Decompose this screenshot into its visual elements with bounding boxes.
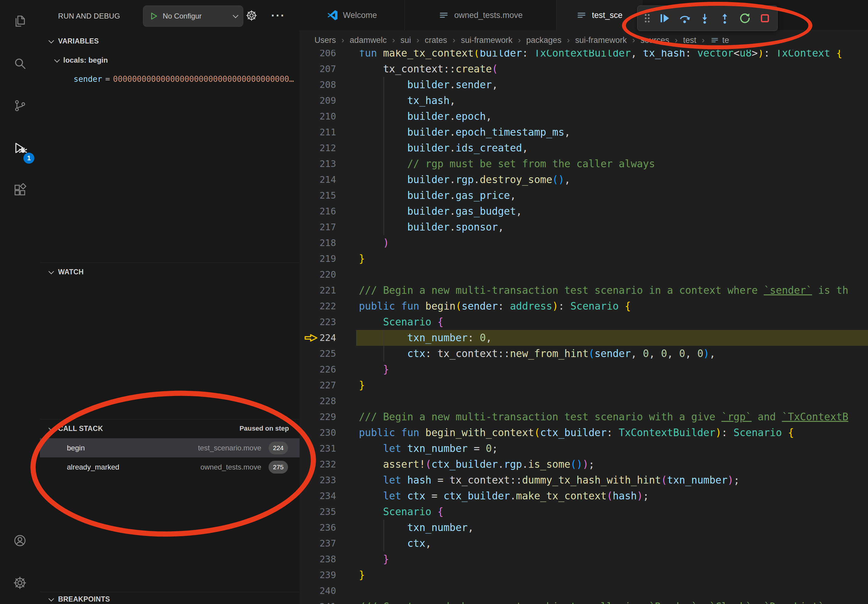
line-number[interactable]: 213 bbox=[299, 156, 336, 172]
line-number[interactable]: 227 bbox=[299, 378, 336, 393]
variables-scope-row[interactable]: locals: begin bbox=[40, 54, 299, 66]
restart-button[interactable] bbox=[736, 8, 754, 28]
tab-welcome[interactable]: Welcome bbox=[299, 0, 405, 30]
line-number[interactable]: 218 bbox=[299, 235, 336, 251]
section-header-watch[interactable]: WATCH bbox=[40, 266, 299, 278]
line-number[interactable]: 211 bbox=[299, 124, 336, 140]
callstack-frame-begin[interactable]: begintest_scenario.move224 bbox=[40, 438, 299, 457]
line-number[interactable]: 222 bbox=[299, 298, 336, 314]
activity-item-extensions[interactable] bbox=[0, 169, 40, 211]
variable-row-sender[interactable]: sender = 0000000000000000000000000000000… bbox=[74, 73, 296, 85]
code-line-225[interactable]: 225 ctx: tx_context::new_from_hint(sende… bbox=[299, 346, 868, 362]
code-line-231[interactable]: 231 let txn_number = 0; bbox=[299, 441, 868, 457]
code-line-237[interactable]: 237 ctx, bbox=[299, 536, 868, 551]
code-line-218[interactable]: 218 ) bbox=[299, 235, 868, 251]
line-number[interactable]: 209 bbox=[299, 93, 336, 108]
breadcrumb-item[interactable]: sources bbox=[640, 36, 670, 45]
line-number[interactable]: 208 bbox=[299, 77, 336, 93]
code-line-239[interactable]: 239} bbox=[299, 567, 868, 583]
line-number[interactable]: 217 bbox=[299, 219, 336, 235]
code-line-224[interactable]: 224 txn_number: 0, bbox=[299, 330, 868, 346]
section-header-breakpoints[interactable]: BREAKPOINTS bbox=[40, 593, 299, 604]
continue-button[interactable] bbox=[656, 8, 673, 28]
step-over-button[interactable] bbox=[676, 8, 693, 28]
line-number[interactable]: 235 bbox=[299, 504, 336, 520]
debug-settings-gear-icon[interactable] bbox=[240, 5, 262, 26]
line-number[interactable]: 226 bbox=[299, 362, 336, 378]
code-line-226[interactable]: 226 } bbox=[299, 362, 868, 378]
code-line-227[interactable]: 227} bbox=[299, 378, 868, 393]
line-number[interactable]: 210 bbox=[299, 108, 336, 124]
line-number[interactable]: 220 bbox=[299, 267, 336, 283]
code-line-213[interactable]: 213 // rgp must be set from the caller a… bbox=[299, 156, 868, 172]
line-number[interactable]: 231 bbox=[299, 441, 336, 457]
breadcrumb-item-file[interactable]: te bbox=[722, 36, 729, 45]
activity-item-source-control[interactable] bbox=[0, 85, 40, 127]
code-line-220[interactable]: 220 bbox=[299, 267, 868, 283]
code-line-238[interactable]: 238 } bbox=[299, 551, 868, 567]
line-number[interactable]: 237 bbox=[299, 536, 336, 551]
breadcrumb-item[interactable]: sui bbox=[401, 36, 411, 45]
code-line-234[interactable]: 234 let ctx = ctx_builder.make_tx_contex… bbox=[299, 488, 868, 504]
code-line-233[interactable]: 233 let hash = tx_context::dummy_tx_hash… bbox=[299, 472, 868, 488]
code-line-215[interactable]: 215 builder.gas_price, bbox=[299, 187, 868, 203]
code-line-232[interactable]: 232 assert!(ctx_builder.rgp.is_some()); bbox=[299, 457, 868, 472]
breadcrumb-item[interactable]: sui-framework bbox=[575, 36, 627, 45]
step-into-button[interactable] bbox=[696, 8, 713, 28]
code-line-219[interactable]: 219} bbox=[299, 251, 868, 267]
line-number[interactable]: 236 bbox=[299, 520, 336, 536]
line-number[interactable]: 224 bbox=[299, 330, 336, 346]
code-line-216[interactable]: 216 builder.gas_budget, bbox=[299, 203, 868, 219]
line-number[interactable]: 229 bbox=[299, 409, 336, 425]
code-line-207[interactable]: 207 tx_context::create( bbox=[299, 61, 868, 77]
line-number[interactable]: 216 bbox=[299, 203, 336, 219]
activity-item-explorer[interactable] bbox=[0, 0, 40, 42]
line-number[interactable]: 233 bbox=[299, 472, 336, 488]
tab-owned-tests-move[interactable]: owned_tests.move bbox=[405, 0, 556, 30]
tab-test-sce[interactable]: test_sce bbox=[556, 0, 642, 30]
line-number[interactable]: 214 bbox=[299, 172, 336, 187]
activity-item-settings[interactable] bbox=[0, 562, 40, 604]
activity-item-search[interactable] bbox=[0, 42, 40, 85]
code-line-212[interactable]: 212 builder.ids_created, bbox=[299, 140, 868, 156]
code-line-210[interactable]: 210 builder.epoch, bbox=[299, 108, 868, 124]
line-number[interactable]: 232 bbox=[299, 457, 336, 472]
stop-button[interactable] bbox=[756, 8, 774, 28]
line-number[interactable]: 239 bbox=[299, 567, 336, 583]
code-line-209[interactable]: 209 tx_hash, bbox=[299, 93, 868, 108]
section-header-call-stack[interactable]: CALL STACK Paused on step bbox=[40, 423, 299, 435]
start-debugging-icon[interactable] bbox=[149, 11, 158, 21]
code-line-221[interactable]: 221/// Begin a new multi-transaction tes… bbox=[299, 283, 868, 298]
line-number[interactable]: 225 bbox=[299, 346, 336, 362]
code-line-228[interactable]: 228 bbox=[299, 393, 868, 409]
line-number[interactable]: 240 bbox=[299, 583, 336, 599]
code-line-241[interactable]: 241/// Creates and shares system objects… bbox=[299, 599, 868, 604]
line-number[interactable]: 230 bbox=[299, 425, 336, 441]
line-number[interactable]: 221 bbox=[299, 283, 336, 298]
code-line-230[interactable]: 230public fun begin_with_context(ctx_bui… bbox=[299, 425, 868, 441]
line-number[interactable]: 212 bbox=[299, 140, 336, 156]
debug-config-dropdown[interactable]: No Configur bbox=[143, 5, 243, 27]
section-header-variables[interactable]: VARIABLES bbox=[40, 35, 299, 47]
line-number[interactable]: 234 bbox=[299, 488, 336, 504]
code-line-235[interactable]: 235 Scenario { bbox=[299, 504, 868, 520]
more-actions-icon[interactable]: ··· bbox=[267, 5, 289, 31]
line-number[interactable]: 241 bbox=[299, 599, 336, 604]
callstack-frame-already_marked[interactable]: already_markedowned_tests.move275 bbox=[40, 457, 299, 477]
code-line-222[interactable]: 222public fun begin(sender: address): Sc… bbox=[299, 298, 868, 314]
code-line-223[interactable]: 223 Scenario { bbox=[299, 314, 868, 330]
code-line-236[interactable]: 236 txn_number, bbox=[299, 520, 868, 536]
line-number[interactable]: 215 bbox=[299, 187, 336, 203]
code-line-229[interactable]: 229/// Begin a new multi-transaction tes… bbox=[299, 409, 868, 425]
line-number[interactable]: 219 bbox=[299, 251, 336, 267]
toolbar-gripper-icon[interactable] bbox=[641, 8, 653, 28]
line-number[interactable]: 238 bbox=[299, 551, 336, 567]
activity-item-run-and-debug[interactable]: 1 bbox=[0, 127, 40, 169]
code-line-217[interactable]: 217 builder.sponsor, bbox=[299, 219, 868, 235]
line-number[interactable]: 228 bbox=[299, 393, 336, 409]
breadcrumb-item[interactable]: crates bbox=[425, 36, 447, 45]
breadcrumb-item[interactable]: packages bbox=[526, 36, 561, 45]
code-line-211[interactable]: 211 builder.epoch_timestamp_ms, bbox=[299, 124, 868, 140]
breadcrumb-item[interactable]: Users bbox=[315, 36, 336, 45]
breadcrumb-item[interactable]: test bbox=[683, 36, 696, 45]
